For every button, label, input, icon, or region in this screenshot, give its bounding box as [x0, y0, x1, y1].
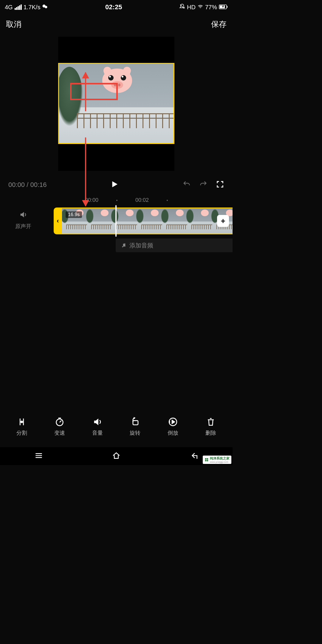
annotation-arrow-down — [85, 137, 86, 206]
save-button[interactable]: 保存 — [211, 19, 227, 30]
wifi-icon — [197, 4, 203, 11]
original-sound-toggle[interactable]: 原声开 — [0, 210, 46, 230]
play-button[interactable] — [110, 180, 119, 190]
hd-badge: HD — [187, 4, 196, 11]
signal-icon — [15, 4, 22, 10]
menu-nav-button[interactable] — [34, 451, 44, 462]
wechat-icon — [42, 4, 48, 11]
volume-tool[interactable]: 音量 — [92, 417, 103, 436]
svg-point-8 — [56, 419, 63, 426]
svg-rect-12 — [207, 458, 208, 460]
svg-rect-13 — [205, 460, 207, 462]
dnd-icon — [179, 4, 185, 11]
undo-button[interactable] — [182, 180, 191, 190]
svg-rect-9 — [133, 421, 138, 425]
timeline: 原声开 ‹ 16.9s + 添加音频 — [0, 208, 233, 252]
add-clip-button[interactable]: + — [217, 215, 229, 227]
battery-percent: 77% — [205, 4, 217, 11]
clip-duration-badge: 16.9s — [66, 211, 82, 218]
status-bar: 4G 1.7K/s 02:25 HD 77% — [0, 0, 233, 14]
redo-button[interactable] — [199, 180, 208, 190]
tool-bar: 分割 变速 音量 旋转 倒放 删除 — [0, 411, 233, 442]
network-type: 4G — [5, 4, 13, 11]
svg-point-1 — [45, 6, 47, 8]
video-preview[interactable] — [58, 37, 174, 171]
ruler-tick: 00:02 — [135, 197, 149, 203]
rotate-tool[interactable]: 旋转 — [130, 417, 140, 436]
svg-rect-14 — [207, 460, 208, 462]
clip-left-handle[interactable]: ‹ — [54, 208, 62, 234]
back-nav-button[interactable] — [189, 451, 199, 462]
add-audio-label: 添加音频 — [129, 242, 153, 250]
reverse-tool[interactable]: 倒放 — [168, 417, 178, 436]
watermark-badge: 纯净系统之家 www.ycwjgjy.com — [203, 456, 231, 464]
video-clip[interactable]: ‹ 16.9s + — [54, 208, 233, 234]
battery-icon — [219, 4, 228, 11]
delete-tool[interactable]: 删除 — [205, 417, 216, 436]
cancel-button[interactable]: 取消 — [6, 19, 21, 30]
playhead[interactable] — [115, 205, 117, 237]
network-speed: 1.7K/s — [24, 4, 41, 11]
editor-header: 取消 保存 — [0, 14, 233, 37]
svg-point-6 — [124, 245, 126, 247]
home-nav-button[interactable] — [112, 451, 121, 462]
add-audio-track[interactable]: 添加音频 — [116, 239, 233, 252]
svg-point-5 — [122, 246, 123, 247]
system-navbar — [0, 447, 233, 465]
playback-controls: 00:00 / 00:16 — [0, 174, 233, 193]
svg-rect-4 — [227, 6, 227, 8]
time-display: 00:00 / 00:16 — [8, 181, 47, 189]
annotation-box — [70, 83, 118, 100]
clock: 02:25 — [105, 3, 122, 11]
split-tool[interactable]: 分割 — [16, 417, 27, 436]
crop-frame[interactable] — [58, 63, 174, 144]
speed-tool[interactable]: 变速 — [54, 417, 65, 436]
svg-point-7 — [21, 421, 23, 423]
fullscreen-button[interactable] — [216, 180, 224, 190]
svg-rect-11 — [205, 458, 207, 460]
